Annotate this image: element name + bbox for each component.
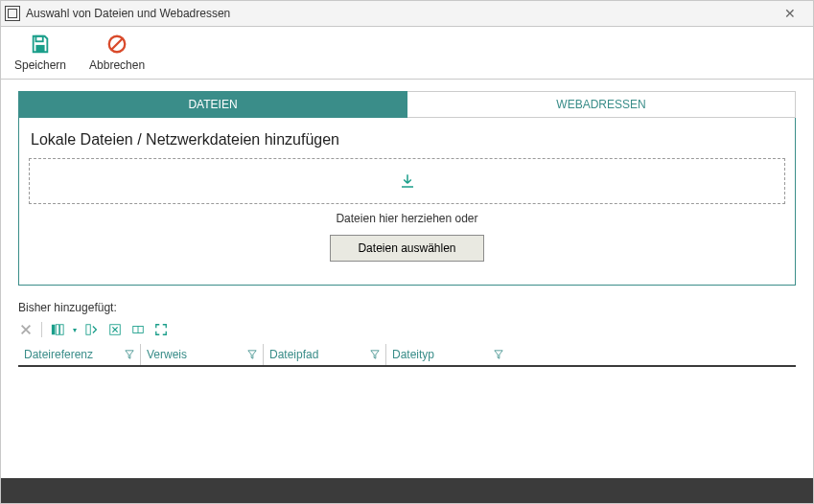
window-title: Auswahl von Dateien und Webadressen (26, 7, 771, 20)
tab-webaddresses[interactable]: WEBADRESSEN (407, 91, 796, 118)
dropdown-caret-icon[interactable]: ▾ (73, 326, 77, 334)
column-header-dateireferenz[interactable]: Dateireferenz (18, 344, 141, 365)
tab-strip: DATEIEN WEBADRESSEN (18, 91, 796, 118)
svg-rect-0 (35, 36, 42, 42)
column-label: Verweis (147, 348, 187, 361)
columns-icon[interactable] (50, 322, 65, 337)
title-bar: Auswahl von Dateien und Webadressen ✕ (0, 0, 814, 27)
cancel-label: Abbrechen (89, 58, 145, 72)
content-area: DATEIEN WEBADRESSEN Lokale Dateien / Net… (0, 79, 814, 478)
filter-icon[interactable] (370, 350, 380, 359)
tab-files[interactable]: DATEIEN (18, 91, 407, 118)
choose-files-button[interactable]: Dateien auswählen (330, 235, 483, 262)
column-label: Dateireferenz (24, 348, 93, 361)
app-icon (5, 6, 20, 21)
grid-body-empty (1, 367, 813, 478)
grid-toolbar: ▾ (18, 318, 796, 342)
download-icon (399, 172, 416, 190)
autofit-icon[interactable] (130, 322, 146, 337)
svg-rect-4 (52, 325, 56, 335)
freeze-column-icon[interactable] (84, 322, 100, 337)
separator (41, 322, 42, 337)
column-label: Dateityp (392, 348, 434, 361)
filter-icon[interactable] (494, 350, 503, 359)
main-toolbar: Speichern Abbrechen (0, 27, 814, 79)
svg-line-3 (112, 39, 123, 50)
save-button[interactable]: Speichern (14, 34, 66, 72)
filter-icon[interactable] (125, 350, 134, 359)
save-label: Speichern (14, 58, 66, 72)
added-so-far-label: Bisher hinzugefügt: (18, 301, 796, 314)
status-bar (0, 478, 814, 504)
close-button[interactable]: ✕ (771, 6, 809, 21)
svg-rect-5 (56, 325, 59, 335)
delete-row-icon[interactable] (18, 322, 34, 337)
grid-header: Dateireferenz Verweis Dateipfad Dateityp (18, 344, 796, 367)
svg-rect-7 (86, 325, 90, 335)
fullscreen-icon[interactable] (153, 322, 169, 337)
svg-rect-6 (60, 325, 64, 335)
column-header-dateipfad[interactable]: Dateipfad (264, 344, 386, 365)
column-header-verweis[interactable]: Verweis (141, 344, 264, 365)
cancel-icon (106, 34, 128, 55)
export-excel-icon[interactable] (107, 322, 123, 337)
filter-icon[interactable] (247, 350, 257, 359)
cancel-button[interactable]: Abbrechen (89, 34, 145, 72)
file-dropzone[interactable] (29, 158, 785, 204)
column-label: Dateipfad (269, 348, 318, 361)
drop-hint: Dateien hier herziehen oder (29, 212, 785, 225)
files-panel: Lokale Dateien / Netzwerkdateien hinzufü… (18, 118, 796, 286)
save-icon (30, 34, 51, 55)
column-header-dateityp[interactable]: Dateityp (386, 344, 509, 365)
svg-rect-1 (35, 45, 44, 52)
panel-title: Lokale Dateien / Netzwerkdateien hinzufü… (31, 131, 783, 149)
